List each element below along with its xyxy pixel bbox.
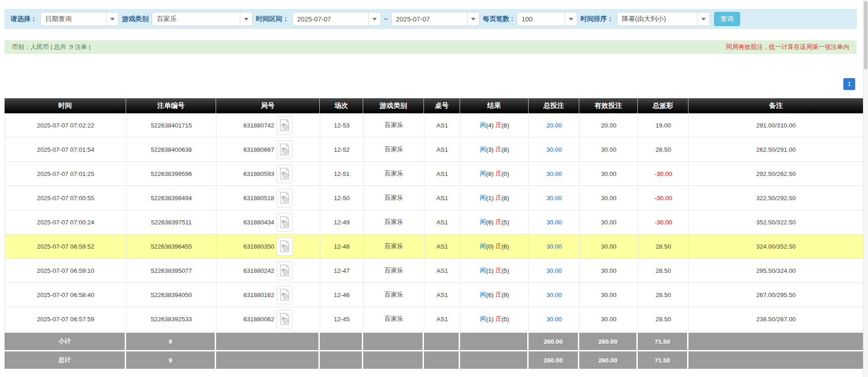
range-tilde: ~	[384, 16, 388, 23]
cell-table-no: AS1	[424, 283, 460, 307]
scrollbar-thumb[interactable]	[864, 1, 868, 69]
video-replay-button[interactable]	[276, 116, 293, 135]
video-replay-button[interactable]	[276, 261, 293, 280]
column-header-result: 结果	[460, 98, 529, 113]
date-from-value: 2025-07-07	[293, 16, 368, 23]
cell-round-id: 631880162	[217, 283, 320, 307]
video-replay-button[interactable]	[276, 213, 293, 232]
video-replay-button[interactable]	[276, 310, 293, 329]
cell-table-no: AS1	[424, 186, 460, 210]
date-from-select[interactable]: 2025-07-07	[292, 12, 381, 26]
table-row: 2025-07-07 06:58:40 522638394050 6318801…	[5, 283, 863, 307]
cell-valid-bet: 30.00	[580, 307, 638, 331]
cell-game: 百家乐	[364, 234, 424, 258]
cell-note: 238.50/267.00	[689, 307, 863, 331]
cell-result: 闲(0) 庄(6)	[460, 234, 529, 258]
query-type-select[interactable]: 日期查询	[40, 12, 119, 26]
cell-payout: 28.50	[638, 283, 689, 307]
video-replay-button[interactable]	[276, 237, 293, 256]
cell-round-id: 631880062	[217, 307, 320, 331]
banker-label: 庄	[495, 145, 502, 154]
total-bet-link[interactable]: 30.00	[546, 195, 562, 202]
banker-label: 庄	[495, 218, 502, 226]
cell-result: 闲(6) 庄(5)	[460, 210, 529, 234]
summary-label: 小计	[5, 333, 126, 350]
per-page-select[interactable]: 100	[517, 12, 577, 26]
chevron-down-icon	[368, 12, 381, 26]
total-bet-link[interactable]: 30.00	[546, 219, 562, 226]
total-bet-link[interactable]: 30.00	[546, 170, 562, 177]
total-bet-link[interactable]: 30.00	[546, 267, 562, 274]
document-film-icon	[280, 289, 290, 301]
table-footer: 小计 9 260.00 260.00 71.50 总计 9 260.00 260…	[5, 333, 863, 369]
total-row: 总计 9 260.00 260.00 71.50	[5, 351, 863, 369]
vertical-scrollbar[interactable]	[863, 0, 868, 377]
player-score: (0)	[486, 243, 494, 250]
cell-valid-bet: 20.00	[580, 113, 638, 137]
cell-session: 12-45	[320, 307, 364, 331]
pagination: 1	[843, 78, 855, 90]
total-bet-link[interactable]: 30.00	[546, 316, 562, 323]
total-bet-link[interactable]: 30.00	[546, 243, 562, 250]
cell-table-no: AS1	[424, 138, 460, 161]
cell-time: 2025-07-07 07:00:55	[5, 186, 127, 210]
player-score: (6)	[486, 292, 494, 298]
table-row: 2025-07-07 07:02:22 522638401715 6318807…	[5, 113, 863, 138]
summary-label: 总计	[5, 351, 126, 369]
column-header-game: 游戏类别	[363, 98, 424, 113]
banker-score: (0)	[502, 170, 509, 177]
cell-bet-id: 522638392533	[127, 307, 217, 331]
document-film-icon	[280, 192, 290, 204]
player-score: (1)	[486, 316, 494, 323]
page-button-1[interactable]: 1	[843, 78, 855, 90]
video-replay-button[interactable]	[276, 165, 293, 183]
game-category-value: 百家乐	[152, 15, 240, 23]
cell-note: 295.50/324.00	[689, 259, 863, 282]
select-type-label: 请选择：	[11, 15, 37, 23]
summary-count: 9	[126, 333, 216, 350]
cell-round-id: 631880242	[217, 259, 320, 282]
sort-order-select[interactable]: 降幂(由大到小)	[617, 12, 710, 26]
cell-table-no: AS1	[424, 113, 460, 137]
document-film-icon	[280, 143, 290, 156]
cell-game: 百家乐	[364, 259, 424, 282]
cell-valid-bet: 30.00	[580, 186, 638, 210]
document-film-icon	[280, 240, 290, 253]
cell-session: 12-49	[320, 210, 364, 234]
search-button[interactable]: 查询	[714, 12, 740, 26]
cell-game: 百家乐	[364, 138, 424, 161]
video-replay-button[interactable]	[276, 189, 293, 207]
document-film-icon	[280, 168, 290, 180]
table-row: 2025-07-07 06:57:59 522638392533 6318800…	[5, 307, 863, 331]
game-category-select[interactable]: 百家乐	[152, 12, 253, 26]
cell-payout: 28.50	[638, 259, 689, 282]
cell-session: 12-46	[320, 283, 364, 307]
cell-bet-id: 522638399596	[127, 162, 217, 186]
banker-score: (9)	[502, 292, 509, 298]
sort-order-label: 时间排序：	[581, 15, 614, 23]
banker-label: 庄	[495, 121, 502, 129]
player-score: (4)	[486, 122, 494, 129]
document-film-icon	[280, 216, 290, 228]
query-type-value: 日期查询	[41, 15, 106, 23]
cell-round-id: 631880742	[217, 113, 320, 137]
summary-bar: 币别：人民币 | 总共 :9 注单 | 同局有效投注，统一计算在该局第一张注单内	[5, 40, 857, 54]
table-row: 2025-07-07 07:00:55 522638398494 6318805…	[5, 186, 863, 210]
cell-session: 12-51	[320, 162, 364, 186]
total-bet-link[interactable]: 20.00	[546, 122, 562, 129]
cell-valid-bet: 30.00	[580, 162, 638, 186]
cell-table-no: AS1	[424, 162, 460, 186]
video-replay-button[interactable]	[276, 140, 293, 159]
player-label: 闲	[480, 218, 487, 226]
column-header-payout: 总派彩	[638, 98, 688, 113]
total-bet-link[interactable]: 30.00	[546, 292, 562, 298]
date-to-select[interactable]: 2025-07-07	[391, 12, 480, 26]
column-header-round-id: 局号	[216, 98, 320, 113]
round-id-text: 631880518	[243, 195, 275, 202]
player-score: (3)	[486, 146, 494, 153]
total-bet-link[interactable]: 30.00	[546, 146, 562, 153]
table-header-row: 时间 注单编号 局号 场次 游戏类别 桌号 结果 总投注 有效投注 总派彩 备注	[5, 98, 863, 113]
video-replay-button[interactable]	[276, 286, 293, 304]
cell-time: 2025-07-07 07:01:54	[5, 138, 127, 161]
cell-bet-id: 522638396455	[127, 234, 217, 258]
